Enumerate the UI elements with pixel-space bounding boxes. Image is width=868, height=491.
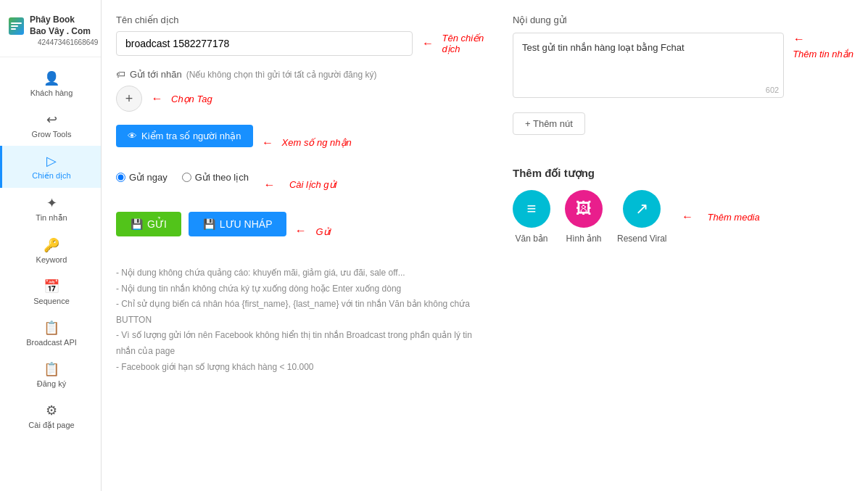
message-content-box[interactable]: Test gửi tin nhắn hàng loạt bằng Fchat 6… (513, 33, 784, 98)
sidebar-label-dang-ky: Đăng ký (37, 379, 66, 388)
send-arrow: → (295, 225, 307, 238)
schedule-arrow: ← (263, 178, 275, 191)
notes-section: - Nội dung không chứa quảng cáo: khuyến … (116, 265, 491, 375)
sidebar-item-grow-tools[interactable]: ↩ Grow Tools (0, 104, 101, 146)
broadcast-icon: 📋 (44, 320, 59, 336)
object-types: ≡ Văn bản 🖼 Hình ảnh ↗ Resend Viral (513, 190, 666, 244)
settings-icon: ⚙ (46, 403, 57, 418)
sidebar-label-chien-dich: Chiến dịch (32, 171, 70, 181)
sidebar-item-chien-dich[interactable]: ▷ Chiến dịch (0, 146, 101, 188)
sidebar-item-cai-dat[interactable]: ⚙ Cài đặt page (0, 395, 101, 437)
sidebar-label-khach-hang: Khách hàng (30, 88, 73, 97)
object-type-van-ban[interactable]: ≡ Văn bản (513, 190, 550, 244)
sequence-icon: 📅 (44, 278, 59, 294)
add-object-section: Thêm đối tượng ≡ Văn bản 🖼 Hình ảnh (513, 167, 853, 244)
resend-type-label: Resend Viral (617, 234, 666, 244)
message-annotation-wrapper: ← Thêm tin nhắn (793, 33, 853, 59)
sidebar-label-broadcast-api: Broadcast API (26, 338, 77, 347)
content-label: Nội dung gửi (513, 15, 853, 25)
campaign-name-section: Tên chiến dịch ← Tên chiến dịch (116, 15, 491, 56)
note-5: - Facebook giới hạn số lượng khách hàng … (116, 360, 491, 376)
send-now-radio[interactable] (116, 173, 125, 182)
message-content-wrapper: Test gửi tin nhắn hàng loạt bằng Fchat 6… (513, 33, 853, 105)
campaign-icon: ▷ (46, 153, 57, 169)
tag-arrow: ← (151, 92, 162, 105)
image-type-icon: 🖼 (565, 190, 603, 228)
object-type-hinh-anh[interactable]: 🖼 Hình ảnh (565, 190, 603, 244)
sidebar-item-broadcast-api[interactable]: 📋 Broadcast API (0, 313, 101, 354)
sidebar-item-keyword[interactable]: 🔑 Keyword (0, 230, 101, 271)
text-type-label: Văn bản (515, 234, 547, 244)
tag-annotation: Chọn Tag (171, 94, 212, 104)
message-arrow: ← (793, 33, 853, 46)
send-to-desc: (Nếu không chọn thì gửi tới tất cả người… (186, 70, 377, 80)
main-content: Tên chiến dịch ← Tên chiến dịch 🏷 Gửi tớ… (102, 0, 868, 491)
send-now-label: Gửi ngay (129, 172, 168, 183)
save-icon: 💾 (203, 218, 215, 230)
send-to-label: Gửi tới nhãn (130, 69, 182, 80)
add-tag-button[interactable]: + (116, 86, 142, 112)
radio-group: Gửi ngay Gửi theo lịch (116, 172, 249, 183)
note-4: - Vì số lượng gửi lớn nên Facebook không… (116, 328, 491, 359)
text-type-icon: ≡ (513, 190, 550, 228)
campaign-name-label: Tên chiến dịch (116, 15, 491, 25)
send-button[interactable]: 💾 GỬI (116, 212, 181, 236)
note-2: - Nội dung tin nhắn không chứa ký tự xuố… (116, 281, 491, 297)
note-3: - Chỉ sử dụng biến cá nhân hóa {first_na… (116, 297, 491, 328)
grow-icon: ↩ (46, 112, 57, 128)
resend-type-icon: ↗ (623, 190, 661, 228)
object-types-wrapper: ≡ Văn bản 🖼 Hình ảnh ↗ Resend Viral (513, 190, 853, 244)
send-schedule-label: Gửi theo lịch (195, 172, 249, 183)
left-panel: Tên chiến dịch ← Tên chiến dịch 🏷 Gửi tớ… (116, 15, 491, 375)
sidebar-item-dang-ky[interactable]: 📋 Đăng ký (0, 354, 101, 395)
check-arrow: ← (262, 136, 273, 149)
send-icon: 💾 (131, 218, 143, 230)
media-arrow: ← (681, 210, 693, 223)
sidebar-label-grow-tools: Grow Tools (32, 130, 72, 139)
add-button-button[interactable]: + Thêm nút (513, 112, 585, 135)
name-annotation: Tên chiến dịch (442, 33, 491, 54)
send-schedule-option[interactable]: Gửi theo lịch (182, 172, 249, 183)
app-title: Phây Book Bao Vây . Com (30, 15, 92, 37)
send-options-section: Gửi ngay Gửi theo lịch ← Cài lịch gửi (116, 172, 491, 197)
sidebar-label-tin-nhan: Tin nhắn (36, 213, 67, 223)
tag-label: 🏷 Gửi tới nhãn (Nếu không chọn thì gửi t… (116, 69, 491, 80)
keyword-icon: 🔑 (44, 237, 59, 253)
app-subtitle: 424473461668649 (38, 38, 92, 46)
action-section: 💾 GỬI 💾 LƯU NHÁP → Gửi (116, 212, 491, 251)
btn-save-label: LƯU NHÁP (220, 218, 273, 230)
sidebar-item-tin-nhan[interactable]: ✦ Tin nhắn (0, 188, 101, 230)
sidebar: Phây Book Bao Vây . Com 424473461668649 … (0, 0, 102, 491)
register-icon: 📋 (44, 361, 59, 377)
add-object-label: Thêm đối tượng (513, 167, 853, 180)
eye-icon: 👁 (128, 131, 137, 141)
sidebar-logo: Phây Book Bao Vây . Com (9, 15, 92, 37)
add-media-annotation: Thêm media (707, 212, 759, 223)
sidebar-item-khach-hang[interactable]: 👤 Khách hàng (0, 63, 101, 104)
check-annotation: Xem số ng nhận (282, 137, 352, 148)
btn-send-label: GỬI (147, 218, 167, 230)
logo-icon (9, 17, 24, 35)
content-area: Tên chiến dịch ← Tên chiến dịch 🏷 Gửi tớ… (102, 0, 868, 389)
send-schedule-radio[interactable] (182, 173, 191, 182)
user-icon: 👤 (44, 70, 59, 86)
check-recipients-button[interactable]: 👁 Kiểm tra số người nhận (116, 125, 253, 147)
sidebar-label-cai-dat: Cài đặt page (28, 421, 74, 430)
image-type-label: Hình ảnh (566, 234, 601, 244)
save-draft-button[interactable]: 💾 LƯU NHÁP (189, 212, 287, 236)
add-message-annotation: Thêm tin nhắn (793, 49, 853, 59)
message-icon: ✦ (46, 195, 57, 211)
campaign-name-input[interactable] (116, 31, 413, 56)
schedule-annotation: Cài lịch gửi (289, 179, 336, 190)
check-btn-label: Kiểm tra số người nhận (141, 131, 241, 141)
char-count: 602 (766, 86, 779, 94)
name-arrow: ← (421, 37, 433, 50)
sidebar-header: Phây Book Bao Vây . Com 424473461668649 (0, 7, 101, 57)
send-now-option[interactable]: Gửi ngay (116, 172, 168, 183)
send-annotation: Gửi (315, 226, 331, 237)
sidebar-label-keyword: Keyword (36, 255, 67, 264)
sidebar-item-sequence[interactable]: 📅 Sequence (0, 271, 101, 313)
check-section: 👁 Kiểm tra số người nhận ← Xem số ng nhậ… (116, 125, 491, 160)
object-type-resend-viral[interactable]: ↗ Resend Viral (617, 190, 666, 244)
message-text: Test gửi tin nhắn hàng loạt bằng Fchat (522, 42, 685, 53)
